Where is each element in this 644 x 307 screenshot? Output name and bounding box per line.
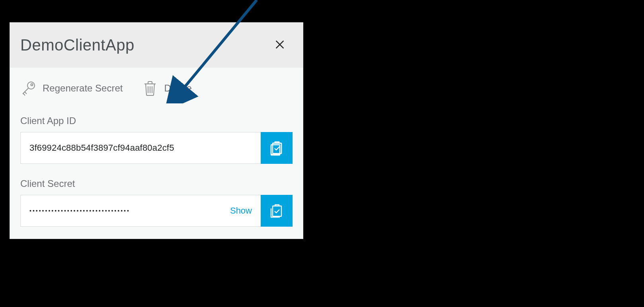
client-secret-label: Client Secret [20,178,293,189]
client-secret-field: Client Secret ••••••••••••••••••••••••••… [20,178,293,227]
client-app-id-field: Client App ID 3f69924c88b54f3897cf94aaf8… [20,115,293,164]
trash-icon [142,80,158,96]
clipboard-check-icon [269,140,285,156]
client-app-id-input[interactable]: 3f69924c88b54f3897cf94aaf80a2cf5 [20,132,261,164]
regenerate-secret-button[interactable]: Regenerate Secret [20,80,123,96]
client-app-id-value: 3f69924c88b54f3897cf94aaf80a2cf5 [29,143,174,153]
delete-label: Delete [164,83,191,94]
svg-line-5 [25,92,27,94]
client-app-panel: DemoClientApp [10,22,303,239]
panel-body: Regenerate Secret Delete Client App [10,68,303,239]
actions-row: Regenerate Secret Delete [20,78,293,96]
clipboard-check-icon [269,203,285,219]
close-icon [274,39,285,52]
copy-client-secret-button[interactable] [261,195,293,227]
svg-point-3 [31,84,33,86]
show-secret-button[interactable]: Show [230,206,252,216]
close-button[interactable] [272,37,288,53]
regenerate-secret-label: Regenerate Secret [43,83,123,94]
client-secret-input[interactable]: •••••••••••••••••••••••••••••••• Show [20,195,261,227]
client-secret-value: •••••••••••••••••••••••••••••••• [29,208,130,214]
panel-title: DemoClientApp [20,36,135,54]
key-icon [20,80,36,96]
copy-client-app-id-button[interactable] [261,132,293,164]
delete-button[interactable]: Delete [142,80,191,96]
svg-rect-13 [273,206,281,216]
svg-line-6 [23,93,25,95]
client-app-id-label: Client App ID [20,115,293,126]
panel-header: DemoClientApp [10,23,303,68]
